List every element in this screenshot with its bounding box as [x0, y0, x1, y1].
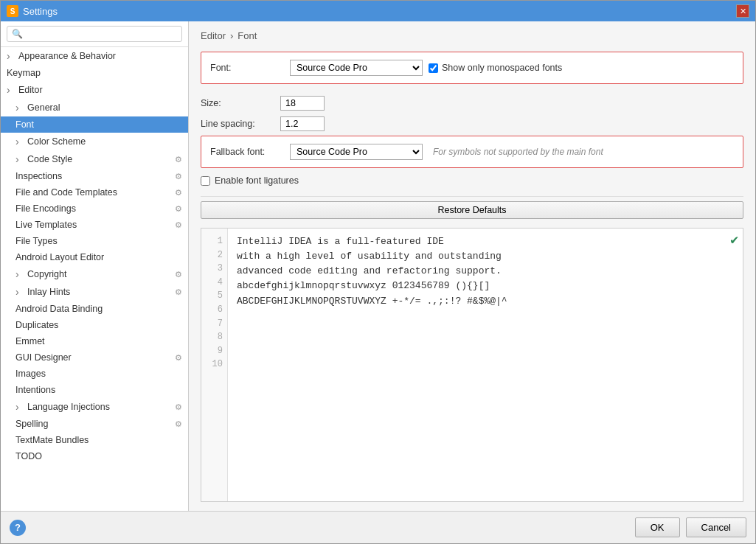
sidebar-item-label: Inlay Hints [27, 287, 70, 297]
line-spacing-row: Line spacing: [201, 116, 743, 131]
sidebar-item-editor[interactable]: Editor [1, 81, 188, 99]
sidebar-item-font[interactable]: Font [1, 116, 188, 133]
sidebar-item-label: File Types [15, 236, 58, 246]
line-number: 8 [206, 330, 223, 344]
sidebar-item-label: File and Code Templates [15, 187, 117, 198]
sidebar-item-keymap[interactable]: Keymap [1, 65, 188, 81]
footer: ? OK Cancel [1, 511, 755, 543]
preview-code: IntelliJ IDEA is a full-featured IDEwith… [228, 229, 743, 501]
settings-icon: ⚙ [175, 220, 182, 230]
search-container [1, 21, 188, 47]
line-spacing-label: Line spacing: [201, 119, 274, 129]
main-panel: Editor › Font Font: Source Code Pro Show… [189, 21, 755, 511]
size-form: Size: Line spacing: [201, 91, 743, 136]
sidebar-item-label: Spelling [15, 419, 48, 429]
sidebar-item-language-injections[interactable]: Language Injections⚙ [1, 398, 188, 416]
code-line: ABCDEFGHIJKLMNOPQRSTUVWXYZ +-*/= .,;:!? … [237, 294, 734, 309]
sidebar-item-label: Intentions [15, 385, 55, 395]
settings-icon: ⚙ [175, 287, 182, 297]
sidebar-item-label: GUI Designer [15, 352, 72, 363]
divider [201, 196, 743, 197]
sidebar-item-label: Appearance & Behavior [18, 51, 116, 61]
ok-button[interactable]: OK [635, 517, 680, 537]
sidebar-item-label: Images [15, 369, 46, 379]
settings-tree: Appearance & BehaviorKeymapEditorGeneral… [1, 47, 188, 464]
sidebar-item-textmate-bundles[interactable]: TextMate Bundles [1, 432, 188, 448]
sidebar-item-file-code-templates[interactable]: File and Code Templates⚙ [1, 184, 188, 200]
line-number: 10 [206, 358, 223, 372]
sidebar-item-label: Emmet [15, 336, 45, 346]
code-line: IntelliJ IDEA is a full-featured IDE [237, 234, 734, 249]
sidebar-item-code-style[interactable]: Code Style⚙ [1, 150, 188, 168]
sidebar-item-appearance-behavior[interactable]: Appearance & Behavior [1, 47, 188, 65]
size-row: Size: [201, 96, 743, 111]
font-select[interactable]: Source Code Pro [290, 60, 423, 76]
font-label: Font: [210, 63, 284, 73]
sidebar-item-gui-designer[interactable]: GUI Designer⚙ [1, 349, 188, 366]
app-icon: S [7, 5, 18, 17]
search-input[interactable] [7, 26, 182, 42]
ligatures-row: Enable font ligatures [201, 175, 743, 186]
preview-checkmark: ✔ [730, 231, 738, 248]
font-row: Font: Source Code Pro Show only monospac… [210, 60, 734, 76]
sidebar-item-label: File Encodings [15, 203, 76, 214]
sidebar-item-android-layout-editor[interactable]: Android Layout Editor [1, 249, 188, 265]
monospaced-checkbox[interactable] [429, 63, 438, 73]
window-controls: ✕ [736, 4, 749, 18]
monospaced-label: Show only monospaced fonts [442, 63, 562, 73]
sidebar-item-general[interactable]: General [1, 99, 188, 116]
sidebar-item-label: Font [15, 119, 34, 130]
sidebar-item-label: Duplicates [15, 320, 58, 330]
title-bar: S Settings ✕ [1, 1, 755, 21]
sidebar-item-label: Editor [18, 85, 43, 95]
monospaced-checkbox-label[interactable]: Show only monospaced fonts [429, 63, 562, 73]
cancel-button[interactable]: Cancel [686, 517, 746, 537]
sidebar-item-duplicates[interactable]: Duplicates [1, 317, 188, 333]
line-number: 1 [206, 234, 223, 248]
sidebar-item-spelling[interactable]: Spelling⚙ [1, 416, 188, 432]
sidebar-item-images[interactable]: Images [1, 366, 188, 382]
code-line: advanced code editing and refactoring su… [237, 264, 734, 279]
fallback-select[interactable]: Source Code Pro [290, 144, 423, 160]
sidebar-item-todo[interactable]: TODO [1, 448, 188, 464]
sidebar-item-label: Android Data Binding [15, 304, 103, 314]
sidebar-item-copyright[interactable]: Copyright⚙ [1, 265, 188, 283]
sidebar-item-live-templates[interactable]: Live Templates⚙ [1, 217, 188, 233]
breadcrumb-separator: › [230, 30, 233, 41]
sidebar-item-file-types[interactable]: File Types [1, 233, 188, 249]
settings-icon: ⚙ [175, 270, 182, 279]
sidebar-item-inspections[interactable]: Inspections⚙ [1, 168, 188, 184]
sidebar-item-label: Copyright [27, 269, 67, 279]
line-spacing-input[interactable] [280, 116, 325, 131]
line-number: 3 [206, 262, 223, 276]
restore-defaults-button[interactable]: Restore Defaults [201, 201, 743, 219]
settings-icon: ⚙ [175, 155, 182, 164]
line-number: 2 [206, 248, 223, 262]
sidebar-item-label: Language Injections [27, 402, 110, 412]
line-numbers: 12345678910 [201, 229, 228, 501]
preview-panel: ✔ 12345678910 IntelliJ IDEA is a full-fe… [201, 228, 743, 502]
size-input[interactable] [280, 96, 325, 111]
sidebar-item-label: Live Templates [15, 220, 77, 230]
fallback-hint: For symbols not supported by the main fo… [433, 147, 603, 157]
help-button[interactable]: ? [10, 520, 26, 536]
content-area: Appearance & BehaviorKeymapEditorGeneral… [1, 21, 755, 511]
breadcrumb-current: Font [237, 30, 257, 41]
settings-icon: ⚙ [175, 419, 182, 429]
ligatures-label: Enable font ligatures [215, 175, 299, 186]
breadcrumb-parent: Editor [201, 30, 226, 41]
sidebar-item-emmet[interactable]: Emmet [1, 333, 188, 349]
sidebar-item-color-scheme[interactable]: Color Scheme [1, 133, 188, 150]
line-number: 5 [206, 289, 223, 303]
settings-icon: ⚙ [175, 353, 182, 363]
line-number: 6 [206, 303, 223, 317]
close-button[interactable]: ✕ [736, 4, 749, 18]
settings-window: S Settings ✕ Appearance & BehaviorKeymap… [0, 0, 756, 544]
line-number: 4 [206, 276, 223, 290]
ligatures-checkbox[interactable] [201, 176, 210, 186]
title-bar-left: S Settings [7, 5, 58, 17]
sidebar-item-file-encodings[interactable]: File Encodings⚙ [1, 200, 188, 217]
sidebar-item-android-data-binding[interactable]: Android Data Binding [1, 301, 188, 317]
sidebar-item-intentions[interactable]: Intentions [1, 382, 188, 398]
sidebar-item-inlay-hints[interactable]: Inlay Hints⚙ [1, 283, 188, 301]
